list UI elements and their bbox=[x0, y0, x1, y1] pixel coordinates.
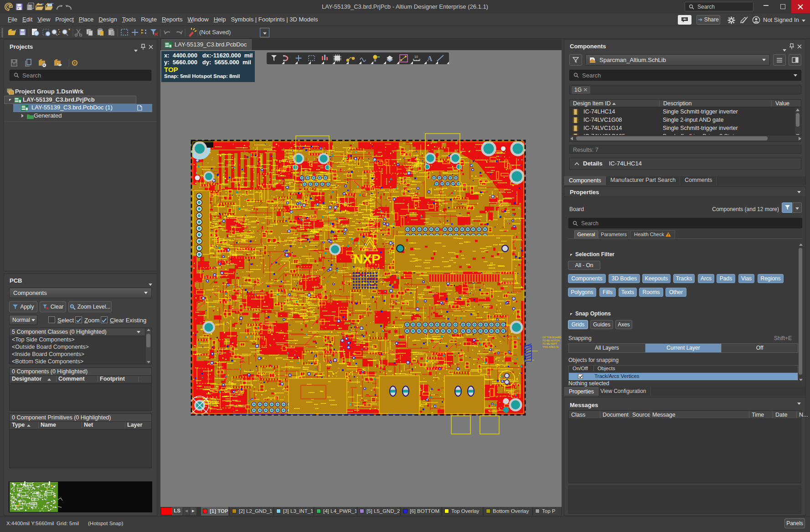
svg-text:OF THE BOARD: OF THE BOARD bbox=[542, 336, 561, 339]
svg-text:MIMXRT1170-EVKB: MIMXRT1170-EVKB bbox=[368, 173, 376, 235]
svg-text:THIS AREA IS: THIS AREA IS bbox=[542, 346, 558, 348]
svg-text:TO BE KEPT: TO BE KEPT bbox=[542, 342, 557, 345]
svg-text:A: A bbox=[427, 55, 433, 62]
svg-text:NXP: NXP bbox=[353, 251, 380, 266]
svg-text:10: 10 bbox=[414, 55, 418, 58]
svg-text:TO BE NOTCH: TO BE NOTCH bbox=[542, 339, 560, 342]
svg-text:© 2025 NXP B.V.: © 2025 NXP B.V. bbox=[347, 266, 379, 271]
